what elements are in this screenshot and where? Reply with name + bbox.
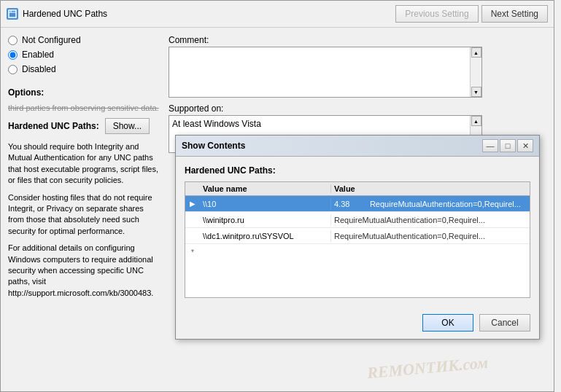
unc-paths-row: Hardened UNC Paths: Show... xyxy=(8,118,161,134)
supported-scroll-up[interactable]: ▲ xyxy=(471,116,481,126)
col-header-name: Value name xyxy=(200,184,331,193)
header-arrow-col xyxy=(185,184,200,193)
row-value: RequireMutualAuthentication=0,Requirel..… xyxy=(331,214,530,226)
ok-button[interactable]: OK xyxy=(422,314,473,332)
disabled-label: Disabled xyxy=(22,64,56,74)
table-row[interactable]: \\winitpro.ru RequireMutualAuthenticatio… xyxy=(185,212,530,228)
dialog-close-button[interactable]: ✕ xyxy=(517,139,533,152)
options-label: Options: xyxy=(8,87,161,98)
comment-label: Comment: xyxy=(169,35,546,45)
table-header: Value name Value xyxy=(185,182,530,196)
supported-label: Supported on: xyxy=(169,103,546,114)
window-icon xyxy=(7,8,18,20)
description-2: Consider hosting files that do not requi… xyxy=(8,192,161,238)
dialog-body: Hardened UNC Paths: Value name Value ▶ \… xyxy=(176,157,539,314)
col-header-value: Value xyxy=(331,184,530,193)
scroll-down-arrow[interactable]: ▼ xyxy=(471,87,481,97)
cancel-button[interactable]: Cancel xyxy=(479,314,530,332)
options-section: Options: third parties from observing se… xyxy=(8,83,161,309)
table-row[interactable]: \\dc1.winitpro.ru\SYSVOL RequireMutualAu… xyxy=(185,228,530,244)
dialog-minimize-button[interactable]: — xyxy=(482,139,498,152)
show-contents-dialog: Show Contents — □ ✕ Hardened UNC Paths: … xyxy=(175,135,540,340)
window-title: Hardened UNC Paths xyxy=(23,9,391,19)
row-name: \\winitpro.ru xyxy=(200,214,331,226)
show-button[interactable]: Show... xyxy=(105,118,150,134)
dialog-title-bar: Show Contents — □ ✕ xyxy=(176,136,539,157)
row-name: \\10 xyxy=(200,198,331,210)
left-panel: Not Configured Enabled Disabled Options:… xyxy=(8,35,161,309)
dialog-maximize-button[interactable]: □ xyxy=(500,139,516,152)
enabled-label: Enabled xyxy=(22,50,54,60)
dialog-subtitle: Hardened UNC Paths: xyxy=(185,165,530,176)
prev-setting-button[interactable]: Previous Setting xyxy=(395,5,478,23)
dialog-controls: — □ ✕ xyxy=(482,139,533,152)
radio-not-configured[interactable]: Not Configured xyxy=(8,35,161,45)
values-table[interactable]: Value name Value ▶ \\10 4.38 RequireMutu… xyxy=(185,181,530,298)
radio-group: Not Configured Enabled Disabled xyxy=(8,35,161,74)
description-1: You should require both Integrity and Mu… xyxy=(8,141,161,187)
dialog-title: Show Contents xyxy=(182,141,482,151)
row-value: RequireMutualAuthentication=0,Requirel..… xyxy=(331,230,530,242)
radio-enabled[interactable]: Enabled xyxy=(8,50,161,60)
header-buttons: Previous Setting Next Setting xyxy=(395,5,548,23)
not-configured-label: Not Configured xyxy=(22,35,81,45)
comment-field-group: Comment: ▲ ▼ xyxy=(169,35,546,98)
unc-label: Hardened UNC Paths: xyxy=(8,121,99,131)
scroll-up-arrow[interactable]: ▲ xyxy=(471,47,481,58)
new-row-indicator: * xyxy=(185,248,200,256)
table-row[interactable]: ▶ \\10 4.38 RequireMutualAuthentication=… xyxy=(185,196,530,212)
new-row[interactable]: * xyxy=(185,244,530,260)
radio-disabled[interactable]: Disabled xyxy=(8,64,161,74)
row-name: \\dc1.winitpro.ru\SYSVOL xyxy=(200,230,331,242)
strike-text: third parties from observing sensitive d… xyxy=(8,103,161,112)
comment-scrollbar[interactable]: ▲ ▼ xyxy=(470,47,481,97)
dialog-footer: OK Cancel xyxy=(176,314,539,339)
supported-value: At least Windows Vista xyxy=(172,119,261,129)
description-3: For additional details on configuring Wi… xyxy=(8,243,161,299)
next-setting-button[interactable]: Next Setting xyxy=(481,5,548,23)
row-value: 4.38 RequireMutualAuthentication=0,Requi… xyxy=(331,198,530,210)
title-bar: Hardened UNC Paths Previous Setting Next… xyxy=(1,1,554,28)
svg-rect-0 xyxy=(9,10,16,17)
row-arrow: ▶ xyxy=(185,200,200,208)
comment-textarea[interactable]: ▲ ▼ xyxy=(169,47,482,98)
